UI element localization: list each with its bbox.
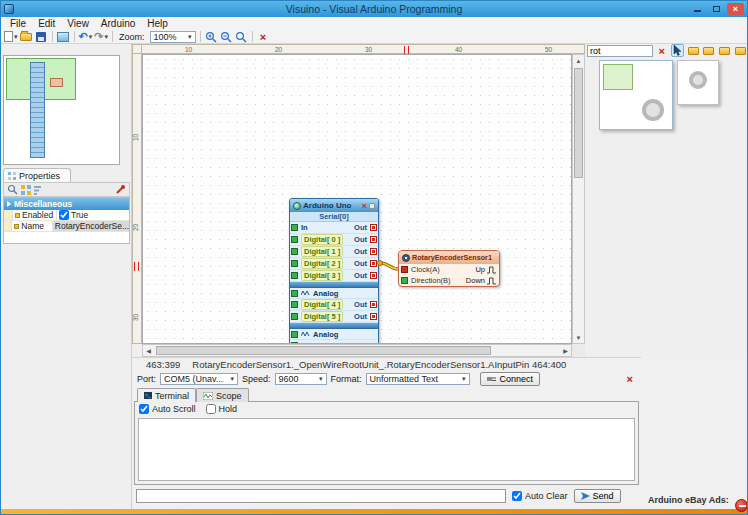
digital-input-pin[interactable] (291, 313, 298, 320)
new-project-button[interactable]: ▾ (4, 30, 18, 43)
arduino-header[interactable]: Arduino Uno × (290, 199, 378, 212)
menu-file[interactable]: File (4, 18, 32, 29)
property-value[interactable]: RotaryEncoderSe... (55, 221, 129, 231)
menu-arduino[interactable]: Arduino (95, 18, 141, 29)
enabled-checkbox[interactable] (59, 210, 69, 220)
horizontal-scroll-thumb[interactable] (156, 346, 491, 355)
redo-button[interactable]: ↷▾ (94, 30, 108, 43)
digital-input-pin[interactable] (291, 236, 298, 243)
property-name: Name (21, 221, 44, 231)
dropdown-icon[interactable]: ▾ (104, 33, 108, 41)
terminal-output-area[interactable] (138, 418, 635, 481)
digital-output-pin[interactable] (370, 313, 377, 320)
auto-scroll-checkbox[interactable] (139, 404, 149, 414)
arduino-uno-component[interactable]: Arduino Uno × Serial[0] In Out Digital[ … (289, 198, 379, 344)
dropdown-icon[interactable]: ▾ (89, 33, 93, 41)
clear-search-button[interactable]: × (655, 44, 669, 57)
property-row-name[interactable]: Name RotaryEncoderSe... (4, 221, 129, 232)
menu-help[interactable]: Help (141, 18, 174, 29)
vertical-scrollbar[interactable]: ▲ ▼ (572, 54, 585, 344)
digital-output-pin[interactable] (370, 260, 377, 267)
undo-button[interactable]: ↶▾ (79, 30, 93, 43)
category-expand-icon[interactable] (7, 201, 11, 207)
connect-button[interactable]: Connect (480, 372, 541, 386)
serial-input-pin[interactable] (291, 224, 298, 231)
property-row-enabled[interactable]: Enabled True (4, 210, 129, 221)
component-search-input[interactable] (587, 45, 653, 57)
digital-output-pin[interactable] (370, 301, 377, 308)
ads-blocker-icon[interactable] (735, 499, 748, 512)
zoom-in-button[interactable] (205, 30, 218, 43)
analog-input-pin[interactable] (291, 331, 298, 338)
pin-out-label: Out (354, 300, 367, 309)
menu-view[interactable]: View (61, 18, 95, 29)
digital-output-pin[interactable] (370, 248, 377, 255)
vertical-scroll-thumb[interactable] (574, 68, 583, 178)
design-canvas[interactable]: Arduino Uno × Serial[0] In Out Digital[ … (142, 54, 572, 344)
horizontal-scrollbar[interactable]: ◀ ▶ (142, 344, 572, 357)
digital-output-pin[interactable] (370, 236, 377, 243)
property-gutter (4, 210, 13, 220)
hold-option[interactable]: Hold (206, 404, 238, 414)
send-button[interactable]: Send (574, 489, 621, 503)
clock-input-pin[interactable] (401, 266, 408, 273)
category-view-button[interactable] (686, 44, 700, 57)
auto-clear-option[interactable]: Auto Clear (512, 491, 568, 501)
search-result-card[interactable] (677, 60, 719, 105)
digital-input-pin[interactable] (291, 301, 298, 308)
analog-input-pin[interactable] (291, 290, 298, 297)
pin-settings-icon[interactable] (115, 184, 126, 195)
property-category-row[interactable]: Miscellaneous (4, 198, 129, 210)
navigator-sensor-thumbnail (50, 78, 63, 87)
digital-input-pin[interactable] (291, 248, 298, 255)
sensor-header[interactable]: RotaryEncoderSensor1 (399, 251, 499, 264)
delete-button[interactable]: × (257, 30, 270, 43)
close-button[interactable]: × (727, 3, 744, 15)
sort-alphabetical-icon[interactable] (34, 185, 44, 195)
properties-grid-icon (8, 172, 16, 180)
collapse-all-button[interactable] (718, 44, 732, 57)
maximize-button[interactable] (708, 3, 725, 15)
pointer-tool-button[interactable] (671, 44, 685, 57)
zoom-out-button[interactable] (220, 30, 233, 43)
scroll-up-icon[interactable]: ▲ (573, 55, 584, 66)
scroll-right-icon[interactable]: ▶ (560, 345, 571, 356)
zoom-value: 100% (154, 32, 177, 42)
favorites-button[interactable] (733, 44, 747, 57)
menu-edit[interactable]: Edit (32, 18, 61, 29)
cursor-coordinates: 463:399 (146, 359, 180, 370)
port-select[interactable]: COM5 (Unav... ▾ (160, 373, 238, 385)
sort-categorized-icon[interactable] (21, 185, 31, 195)
scroll-down-icon[interactable]: ▼ (573, 332, 584, 343)
component-delete-icon[interactable]: × (362, 201, 367, 211)
tab-properties[interactable]: Properties (3, 168, 71, 182)
minimize-button[interactable] (689, 3, 706, 15)
dropdown-icon[interactable]: ▾ (14, 33, 18, 41)
tab-scope[interactable]: Scope (196, 388, 249, 402)
auto-clear-checkbox[interactable] (512, 491, 522, 501)
scroll-left-icon[interactable]: ◀ (143, 345, 154, 356)
diagram-navigator[interactable] (3, 55, 120, 165)
tab-terminal[interactable]: >_ Terminal (137, 388, 196, 402)
direction-input-pin[interactable] (401, 277, 408, 284)
serial-output-pin[interactable] (370, 224, 377, 231)
search-properties-icon[interactable] (7, 184, 18, 195)
save-button[interactable] (35, 30, 48, 43)
digital-output-pin[interactable] (370, 272, 377, 279)
speed-select[interactable]: 9600 ▾ (275, 373, 327, 385)
open-button[interactable] (20, 30, 33, 43)
board-view-button[interactable] (57, 30, 70, 43)
digital-input-pin[interactable] (291, 260, 298, 267)
component-pin-icon[interactable] (369, 203, 375, 209)
send-message-input[interactable] (136, 489, 506, 503)
rotary-encoder-component[interactable]: RotaryEncoderSensor1 Clock(A) Up Directi… (398, 250, 500, 287)
close-terminal-icon[interactable]: × (627, 373, 633, 385)
hold-checkbox[interactable] (206, 404, 216, 414)
zoom-select[interactable]: 100% ▾ (150, 31, 196, 43)
format-select[interactable]: Unformatted Text ▾ (366, 373, 470, 385)
search-result-card-selected[interactable] (599, 60, 673, 130)
auto-scroll-option[interactable]: Auto Scroll (139, 404, 196, 414)
expand-all-button[interactable] (702, 44, 716, 57)
digital-input-pin[interactable] (291, 272, 298, 279)
zoom-fit-button[interactable] (235, 30, 248, 43)
